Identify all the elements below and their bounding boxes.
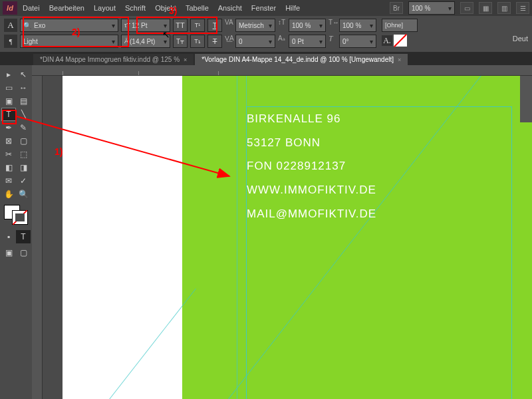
address-line-5: MAIL@MMOFIKTIV.DE (247, 202, 511, 226)
underline-button[interactable]: T (207, 19, 222, 32)
type-tool[interactable]: T (1, 108, 16, 121)
kerning-dropdown[interactable]: Metrisch▾ (235, 19, 275, 32)
menu-ansicht[interactable]: Ansicht (218, 4, 242, 12)
menu-schrift[interactable]: Schrift (125, 4, 146, 12)
menu-hilfe[interactable]: Hilfe (285, 4, 300, 12)
close-icon[interactable]: × (398, 57, 401, 63)
arrange-icon[interactable]: ▥ (497, 2, 511, 14)
eyedropper-tool[interactable]: ✓ (16, 174, 31, 188)
baseline-dropdown[interactable]: 0 Pt▾ (289, 35, 326, 48)
menu-layout[interactable]: Layout (94, 4, 116, 12)
scissors-tool[interactable]: ✂ (1, 148, 16, 161)
vscale-dropdown[interactable]: 100 %▾ (289, 19, 326, 32)
content-collector-tool[interactable]: ▣ (1, 94, 16, 108)
annotation-label-2: 2) (72, 27, 80, 37)
strikethrough-button[interactable]: T (207, 35, 222, 48)
document-canvas[interactable]: BIRKENALLE 96 53127 BONN FON 0228912137 … (43, 76, 532, 399)
zoom-tool[interactable]: 🔍 (16, 188, 31, 201)
close-icon[interactable]: × (184, 57, 187, 63)
view-mode-icon[interactable]: ▭ (460, 2, 473, 14)
mouse-cursor-icon: ↖ (162, 29, 170, 40)
pen-tool[interactable]: ✒ (1, 121, 16, 134)
subscript-button[interactable]: T₁ (190, 35, 205, 48)
menu-bar: Id Datei Bearbeiten Layout Schrift Objek… (0, 0, 532, 16)
rectangle-tool[interactable]: ▢ (16, 134, 31, 148)
address-line-4: WWW.IMMOFIKTIV.DE (247, 178, 511, 202)
ruler-vertical (32, 65, 43, 399)
fill-stroke-swatch[interactable] (4, 205, 28, 225)
workspace-icon[interactable]: ☰ (516, 2, 529, 14)
annotation-label-3: 3) (169, 5, 177, 16)
page-tool[interactable]: ▭ (1, 81, 16, 94)
hand-tool[interactable]: ✋ (1, 188, 16, 201)
menu-fenster[interactable]: Fenster (251, 4, 276, 12)
address-line-2: 53127 BONN (247, 131, 511, 155)
line-tool[interactable]: ╲ (16, 108, 31, 121)
app-logo: Id (3, 1, 17, 15)
tracking-dropdown[interactable]: 0▾ (235, 35, 275, 48)
note-tool[interactable]: ✉ (1, 174, 16, 188)
tab-doc-2[interactable]: *Vorlage DIN A4-Mappe 14_44_de.indd @ 10… (195, 54, 408, 65)
annotation-label-1: 1) (55, 146, 63, 157)
zoom-dropdown[interactable]: 100 %▾ (408, 1, 455, 15)
panel-dock[interactable] (520, 76, 532, 122)
free-transform-tool[interactable]: ⬚ (16, 148, 31, 161)
text-frame[interactable]: BIRKENALLE 96 53127 BONN FON 0228912137 … (246, 106, 512, 399)
document-tabs: *DIN A4 Mappe Immogruen fiktiv.indd @ 12… (0, 52, 532, 65)
gradient-feather-tool[interactable]: ◨ (16, 161, 31, 174)
view-normal-button[interactable]: ▣ (1, 246, 16, 259)
gap-tool[interactable]: ↔ (16, 81, 31, 94)
hscale-dropdown[interactable]: 100 %▾ (339, 19, 376, 32)
small-caps-button[interactable]: Tᴛ (173, 35, 188, 48)
content-placer-tool[interactable]: ▤ (16, 94, 31, 108)
screen-mode-icon[interactable]: ▦ (479, 2, 492, 14)
character-panel-icon[interactable]: A (4, 19, 17, 32)
bridge-icon[interactable]: Br (390, 2, 403, 14)
fill-color-icon[interactable]: A. (382, 35, 392, 46)
menu-bearbeiten[interactable]: Bearbeiten (49, 4, 84, 12)
all-caps-button[interactable]: TT (173, 19, 188, 32)
rectangle-frame-tool[interactable]: ⊠ (1, 134, 16, 148)
tab-doc-1[interactable]: *DIN A4 Mappe Immogruen fiktiv.indd @ 12… (33, 54, 194, 65)
main-menu: Datei Bearbeiten Layout Schrift Objekt T… (23, 4, 300, 12)
apply-color-button[interactable]: ▪ (1, 230, 16, 243)
selection-tool[interactable]: ▸ (1, 68, 16, 81)
view-preview-button[interactable]: ▢ (16, 246, 31, 259)
paragraph-panel-icon[interactable]: ¶ (4, 35, 17, 48)
charstyle-dropdown[interactable]: [Ohne] (382, 19, 418, 32)
menu-tabelle[interactable]: Tabelle (186, 4, 209, 12)
apply-text-button[interactable]: T (16, 230, 31, 243)
skew-dropdown[interactable]: 0°▾ (339, 35, 376, 48)
address-line-1: BIRKENALLE 96 (247, 107, 511, 131)
guide-vertical[interactable] (237, 76, 237, 399)
pencil-tool[interactable]: ✎ (16, 121, 31, 134)
tools-panel: ▸↖ ▭↔ ▣▤ T╲ ✒✎ ⊠▢ ✂⬚ ◧◨ ✉✓ ✋🔍 ▪T ▣▢ (0, 65, 32, 399)
superscript-button[interactable]: T¹ (190, 19, 205, 32)
page-blank (63, 76, 182, 399)
fill-swatch[interactable] (394, 35, 407, 47)
direct-selection-tool[interactable]: ↖ (16, 68, 31, 81)
language-button[interactable]: Deut (513, 35, 528, 43)
font-family-dropdown[interactable]: 🔍Exo▾ (20, 19, 118, 32)
address-line-3: FON 0228912137 (247, 154, 511, 178)
font-weight-dropdown[interactable]: Light▾ (20, 35, 118, 48)
ruler-horizontal (32, 65, 532, 76)
menu-datei[interactable]: Datei (23, 4, 40, 12)
gradient-swatch-tool[interactable]: ◧ (1, 161, 16, 174)
